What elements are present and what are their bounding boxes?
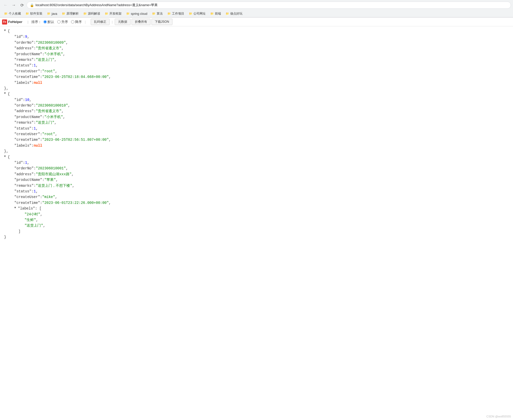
folder-icon: 📁 [167, 12, 171, 15]
collapse-all-button[interactable]: 折叠所有 [132, 19, 150, 25]
json-key: "createUser" [14, 68, 40, 74]
sort-default[interactable]: 默认 [43, 20, 54, 24]
json-key: "address" [14, 45, 34, 51]
json-field: "createUser": "root", [14, 131, 509, 137]
nav-bar: ← → ⟳ 🔒 localhost:8092/orders/data/searc… [0, 0, 513, 10]
json-key: "orderNo" [14, 103, 34, 108]
reload-button[interactable]: ⟳ [18, 2, 26, 9]
bookmark-item[interactable]: 📁公司网址 [187, 11, 208, 17]
bookmark-label: 个人收藏 [9, 11, 21, 16]
json-key: "productName" [14, 114, 42, 120]
sort-asc[interactable]: 升序 [57, 20, 68, 24]
toolbar-buttons: 乱码修正 | 元数据 折叠所有 下载JSON [91, 19, 172, 25]
json-field-labels: "labels": null [14, 143, 509, 148]
bookmark-label: 软件安装 [30, 11, 42, 16]
fehelper-toolbar: Fe FeHelper | 排序： 默认 升序 降序 | 乱码修正 | 元数据 … [0, 18, 513, 26]
json-field: "remarks": "送货上门，不想下楼", [14, 183, 509, 189]
lock-icon: 🔒 [30, 3, 34, 7]
toggle-collapse[interactable]: ▼ [4, 28, 8, 33]
bookmark-item[interactable]: 📁个人收藏 [2, 11, 23, 17]
json-key: "orderNo" [14, 166, 34, 171]
bookmark-item[interactable]: 📁原理解析 [60, 11, 81, 17]
json-number-value: 1 [25, 160, 27, 166]
json-object-open: ▼{ [4, 28, 509, 34]
json-string-value: "root" [42, 68, 55, 74]
json-string-value: "2023-06-01T23:22:26.000+00:00" [42, 200, 109, 206]
bookmark-label: 做点好玩 [230, 11, 242, 16]
json-label-value: "24小时" [25, 212, 40, 217]
json-string-value: "202306010009" [36, 40, 66, 45]
sort-asc-label: 升序 [61, 20, 68, 24]
forward-button[interactable]: → [10, 2, 17, 9]
json-field-labels-open: ▼"labels": [ [14, 206, 509, 211]
json-number-value: 10 [25, 97, 29, 103]
json-key: "id" [14, 34, 23, 40]
json-field: "createUser": "root", [14, 68, 509, 74]
separator-1: | [28, 20, 28, 24]
json-key: "productName" [14, 177, 42, 183]
sort-desc[interactable]: 降序 [71, 20, 82, 24]
json-key: "productName" [14, 51, 42, 57]
json-string-value: "2023-06-25T02:56:51.807+00:00" [42, 137, 109, 143]
json-string-value: "2023-06-25T02:18:04.668+00:00" [42, 74, 109, 80]
json-number-value: 1 [34, 63, 36, 68]
json-number-value: 9 [25, 34, 27, 40]
toggle-collapse[interactable]: ▼ [4, 91, 8, 96]
fix-encoding-button[interactable]: 乱码修正 [91, 19, 110, 25]
json-array-item: "生鲜", [25, 217, 509, 223]
json-key: "address" [14, 171, 34, 177]
json-object-open: ▼{ [4, 91, 509, 97]
json-string-value: "送货上门" [36, 120, 54, 125]
json-object-close: }, [4, 86, 509, 91]
json-field: "orderNo": "2023060100010", [14, 103, 509, 108]
bookmark-item[interactable]: 📁java [45, 11, 59, 16]
bookmark-item[interactable]: 📁工作项目 [165, 11, 186, 17]
json-key: "createUser" [14, 194, 40, 200]
folder-icon: 📁 [62, 12, 65, 15]
address-bar[interactable]: 🔒 localhost:8092/orders/data/searchByAdd… [27, 2, 511, 9]
json-field: "remarks": "送货上门", [14, 120, 509, 125]
bookmark-label: spring cloud [131, 12, 147, 16]
json-object-open: ▼{ [4, 154, 509, 160]
bookmark-item[interactable]: 📁源码解读 [81, 11, 102, 17]
json-key: "status" [14, 126, 31, 131]
folder-icon: 📁 [126, 12, 130, 15]
json-field: "id": 9, [14, 34, 509, 40]
json-string-value: "送货上门" [36, 57, 54, 63]
json-object-close: }, [4, 148, 509, 154]
json-field: "createUser": "mike", [14, 194, 509, 200]
folder-icon: 📁 [210, 12, 214, 15]
json-key: "id" [14, 97, 23, 103]
bookmark-item[interactable]: 📁开发框架 [103, 11, 124, 17]
download-json-button[interactable]: 下载JSON [151, 19, 172, 25]
json-label-value: "生鲜" [25, 217, 36, 223]
json-null-value: null [34, 143, 42, 148]
bookmark-item[interactable]: 📁软件安装 [24, 11, 44, 17]
back-button[interactable]: ← [2, 2, 9, 9]
json-string-value: "2023060100010" [36, 103, 68, 108]
toolbar-divider: | [85, 20, 86, 24]
json-field: "productName": "苹果", [14, 177, 509, 183]
sort-desc-label: 降序 [75, 20, 82, 24]
json-number-value: 1 [34, 189, 36, 194]
json-field: "address": "贵州省遵义市", [14, 108, 509, 114]
metadata-button[interactable]: 元数据 [115, 19, 131, 25]
toggle-labels[interactable]: ▼ [14, 206, 18, 210]
json-key: "labels" [14, 80, 31, 86]
bookmark-label: 前端 [215, 11, 221, 16]
bookmark-item[interactable]: 📁spring cloud [124, 11, 149, 16]
json-string-value: "小米手机" [44, 114, 63, 120]
json-string-value: "root" [42, 131, 55, 137]
toggle-collapse[interactable]: ▼ [4, 154, 8, 159]
bookmark-item[interactable]: 📁做点好玩 [224, 11, 244, 17]
json-string-value: "送货上门，不想下楼" [36, 183, 72, 189]
bookmark-item[interactable]: 📁算法 [150, 11, 165, 17]
folder-icon: 📁 [4, 12, 8, 15]
json-content-area: ▼{"id": 9,"orderNo": "202306010009","add… [0, 26, 513, 413]
folder-icon: 📁 [26, 12, 29, 15]
json-null-value: null [34, 80, 42, 86]
json-field: "id": 1, [14, 160, 509, 166]
bookmark-item[interactable]: 📁前端 [208, 11, 223, 17]
bookmark-label: 原理解析 [66, 11, 79, 16]
bookmark-label: 工作项目 [172, 11, 184, 16]
